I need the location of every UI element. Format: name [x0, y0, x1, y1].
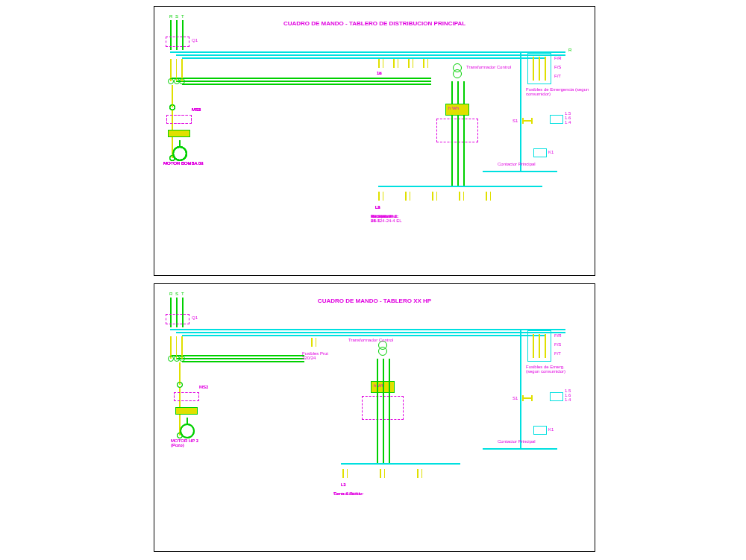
panel-title: CUADRO DE MANDO - TABLERO XX HP [318, 298, 431, 304]
transformer-note: Transformador Control [348, 338, 393, 342]
fuse-note: Fusibles de Emergencia (segun consumidor… [526, 87, 593, 96]
fuse-t: F/T [554, 74, 561, 78]
k1-label: K1 [548, 150, 554, 154]
main-breaker-label: Q1 [192, 38, 198, 43]
main-breaker-label: Q1 [192, 315, 198, 320]
bus-node-r: R [568, 48, 571, 52]
phase-s: S [175, 14, 178, 19]
panel-title: CUADRO DE MANDO - TABLERO DE DISTRIBUCIO… [283, 20, 466, 27]
meter-label: h Wh [448, 106, 459, 110]
diagram-panel-1: CUADRO DE MANDO - TABLERO DE DISTRIBUCIO… [154, 6, 595, 276]
phase-s: S [175, 292, 178, 296]
start-button-label: S1 [513, 119, 518, 123]
transformer-note: Transformador Control [466, 65, 511, 69]
fuse-s: F/S [554, 65, 561, 69]
main-contactor-label: Contactor Principal [498, 162, 536, 166]
phase-r: R [169, 14, 172, 19]
diagram-panel-2: CUADRO DE MANDO - TABLERO XX HP R S T Q1… [154, 283, 595, 552]
phase-t: T [181, 292, 184, 296]
fuse-box [527, 53, 551, 84]
phase-t: T [181, 14, 184, 19]
k1-coil [533, 148, 547, 157]
fuse-r: F/R [554, 56, 562, 60]
aux-contact-labels: 1.5 1.6 1.4 [565, 111, 571, 125]
relay-coil [550, 115, 563, 124]
phase-r: R [169, 292, 172, 296]
start-contact [523, 120, 532, 122]
